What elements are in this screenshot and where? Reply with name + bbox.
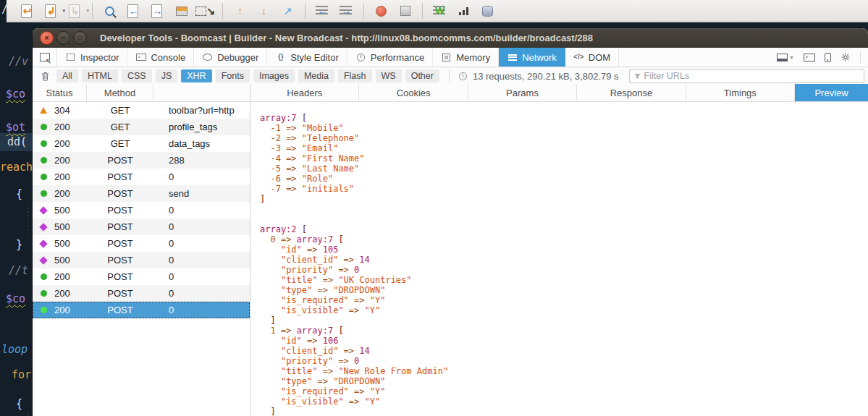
request-row[interactable]: 500POST0 xyxy=(33,218,250,235)
filter-pill-images[interactable]: Images xyxy=(253,69,295,82)
filter-pill-fonts[interactable]: Fonts xyxy=(216,69,250,82)
dump-token: [ xyxy=(333,234,343,245)
request-method: POST xyxy=(87,255,153,266)
forward-file-icon[interactable]: ↳▾ xyxy=(65,1,85,20)
request-row[interactable]: 200POST0 xyxy=(33,169,250,185)
status-code: 304 xyxy=(54,105,87,116)
console-split-button[interactable]: > xyxy=(804,54,815,61)
select-region-icon[interactable]: ↘ xyxy=(195,1,215,20)
dump-token: => xyxy=(317,366,338,376)
dump-token: 14 xyxy=(359,346,369,356)
detail-tab-preview[interactable]: Preview xyxy=(795,84,868,101)
sort-lines-icon[interactable] xyxy=(454,1,473,20)
dump-token: "Y" xyxy=(365,396,381,407)
clear-requests-button[interactable] xyxy=(41,72,49,81)
dump-token: "DROPDOWN" xyxy=(333,285,385,295)
filter-pill-xhr[interactable]: XHR xyxy=(181,69,211,82)
request-row[interactable]: 200POST0 xyxy=(33,268,250,285)
devtools-window: × − □ Developer Tools - Boomcast | Build… xyxy=(33,28,868,416)
network-summary[interactable]: 13 requests, 290.21 kB, 3,802.79 s xyxy=(458,71,619,82)
dock-bottom-button[interactable]: ▼ xyxy=(777,54,794,61)
request-row[interactable]: 200POSTsend xyxy=(33,185,250,202)
indent-icon[interactable]: → xyxy=(337,1,356,20)
editor-code-fragment: { xyxy=(16,189,22,200)
search-icon[interactable] xyxy=(100,1,119,20)
tab-network[interactable]: Network xyxy=(499,48,565,67)
window-minimize-button[interactable]: − xyxy=(56,31,70,45)
column-header-file[interactable] xyxy=(153,84,250,101)
request-row[interactable]: 500POST0 xyxy=(33,235,250,252)
tab-dom[interactable]: </>DOM xyxy=(565,48,619,67)
request-row[interactable]: 500POST0 xyxy=(33,202,250,218)
open-recent-icon[interactable]: ↲▾ xyxy=(41,1,61,20)
request-method: POST xyxy=(87,238,153,249)
dump-token: 0 xyxy=(354,265,359,275)
tab-debugger[interactable]: Debugger xyxy=(194,48,267,67)
column-header-status[interactable]: Status xyxy=(33,84,87,101)
filter-pill-ws[interactable]: WS xyxy=(376,69,402,82)
filter-pill-other[interactable]: Other xyxy=(405,69,439,82)
filter-pill-flash[interactable]: Flash xyxy=(338,69,372,82)
window-titlebar[interactable]: × − □ Developer Tools - Boomcast | Build… xyxy=(33,28,868,48)
settings-button[interactable] xyxy=(840,52,851,62)
detail-tab-params[interactable]: Params xyxy=(468,84,577,101)
dump-token xyxy=(260,386,281,396)
request-row[interactable]: 200POST0 xyxy=(33,285,250,302)
dump-token xyxy=(260,336,281,346)
tab-performance[interactable]: Performance xyxy=(347,48,433,67)
request-row[interactable]: 500POST0 xyxy=(33,252,250,268)
column-header-method[interactable]: Method xyxy=(87,84,153,101)
dump-token: "DROPDOWN" xyxy=(333,376,385,386)
circle-status-icon xyxy=(33,157,54,164)
dump-token xyxy=(260,174,270,184)
filter-pill-all[interactable]: All xyxy=(56,69,78,82)
dropdown-caret-icon: ▼ xyxy=(789,55,794,60)
dump-token xyxy=(260,366,281,376)
tab-inspector[interactable]: Inspector xyxy=(57,48,127,67)
syntax-check-icon[interactable]: W xyxy=(430,1,450,20)
detail-tab-response[interactable]: Response xyxy=(577,84,686,101)
revert-file-icon[interactable]: ↩ xyxy=(17,1,37,20)
responsive-design-button[interactable] xyxy=(825,53,831,62)
tab-console[interactable]: >Console xyxy=(127,48,194,67)
database-icon[interactable] xyxy=(478,1,497,20)
detail-tab-timings[interactable]: Timings xyxy=(686,84,795,101)
dump-token: => xyxy=(338,255,359,265)
tab-label: Style Editor xyxy=(290,52,338,63)
filter-pill-js[interactable]: JS xyxy=(156,69,178,82)
filter-pill-media[interactable]: Media xyxy=(298,69,334,82)
back-icon[interactable]: ← xyxy=(124,1,143,20)
request-row[interactable]: 200GETprofile_tags xyxy=(33,119,250,135)
request-row[interactable]: 304GETtoolbar?url=http xyxy=(33,102,250,119)
filter-urls-placeholder: Filter URLs xyxy=(644,71,690,81)
jump-prev-icon[interactable]: ↑ xyxy=(230,1,250,20)
filter-pill-css[interactable]: CSS xyxy=(122,69,152,82)
request-file: 0 xyxy=(153,255,250,266)
tab-memory[interactable]: Memory xyxy=(433,48,499,67)
stop-macro-icon[interactable] xyxy=(395,1,415,20)
detail-tab-cookies[interactable]: Cookies xyxy=(359,84,468,101)
dump-token: => xyxy=(281,133,302,143)
background-code-editor[interactable]: ///v$co$otdd(reach{}//t$coloopfor{ xyxy=(0,0,33,416)
request-row[interactable]: 200POST288 xyxy=(33,152,250,169)
split-view-icon[interactable] xyxy=(172,1,191,20)
pick-element-button[interactable] xyxy=(33,48,57,67)
window-maximize-button[interactable]: □ xyxy=(73,31,87,45)
status-code: 500 xyxy=(54,221,87,232)
request-row[interactable]: 200POST0 xyxy=(33,302,250,318)
request-method: POST xyxy=(87,221,153,232)
filter-urls-input[interactable]: Filter URLs xyxy=(629,69,864,83)
debugger-icon xyxy=(202,53,213,62)
filter-pill-html[interactable]: HTML xyxy=(82,69,118,82)
request-row[interactable]: 200GETdata_tags xyxy=(33,135,250,152)
detail-tab-headers[interactable]: Headers xyxy=(250,84,359,101)
dump-token: => xyxy=(349,295,370,305)
request-file: 0 xyxy=(153,205,250,216)
tab-style-editor[interactable]: {}Style Editor xyxy=(267,48,347,67)
goto-ref-icon[interactable]: ↗ xyxy=(278,1,298,20)
record-macro-icon[interactable] xyxy=(371,1,391,20)
forward-icon[interactable]: → xyxy=(148,1,167,20)
window-close-button[interactable]: × xyxy=(40,31,54,45)
jump-next-icon[interactable]: ↓ xyxy=(254,1,274,20)
outdent-icon[interactable]: ← xyxy=(313,1,332,20)
